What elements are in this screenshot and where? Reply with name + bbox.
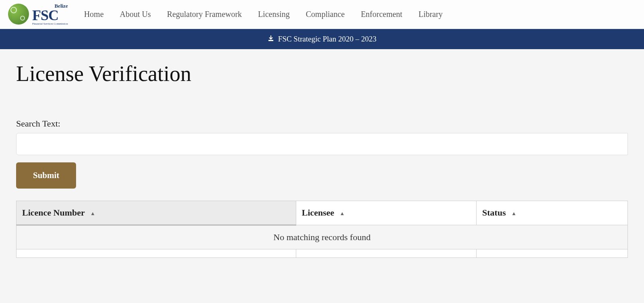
nav-enforcement[interactable]: Enforcement [361,10,402,19]
logo-fsc-text: FSC [32,9,68,22]
nav-regulatory-framework[interactable]: Regulatory Framework [167,10,242,19]
globe-icon [8,4,29,25]
sort-asc-icon: ▲ [340,210,345,217]
logo[interactable]: Belize FSC Financial Services Commission [8,3,68,25]
results-table: Licence Number ▲ Licensee ▲ Status ▲ No … [16,201,628,258]
empty-row: No matching records found [17,225,628,249]
header: Belize FSC Financial Services Commission… [0,0,644,29]
submit-button[interactable]: Submit [16,162,76,189]
column-label: Licence Number [22,208,85,218]
main-nav: Home About Us Regulatory Framework Licen… [84,10,443,19]
column-label: Status [482,208,506,218]
nav-home[interactable]: Home [84,10,104,19]
download-icon [268,35,274,44]
main-content: License Verification Search Text: Submit… [0,49,644,270]
announcement-banner: FSC Strategic Plan 2020 – 2023 [0,29,644,49]
nav-about-us[interactable]: About Us [120,10,151,19]
search-label: Search Text: [16,118,628,129]
sort-asc-icon: ▲ [511,210,516,217]
table-footer-row [17,249,628,257]
nav-compliance[interactable]: Compliance [306,10,345,19]
page-title: License Verification [16,61,628,86]
search-input[interactable] [16,133,628,155]
column-licensee[interactable]: Licensee ▲ [296,201,476,225]
column-label: Licensee [302,208,334,218]
sort-asc-icon: ▲ [90,210,95,217]
nav-library[interactable]: Library [419,10,443,19]
nav-licensing[interactable]: Licensing [258,10,290,19]
column-status[interactable]: Status ▲ [477,201,628,225]
svg-rect-0 [268,40,273,41]
column-licence-number[interactable]: Licence Number ▲ [17,201,296,225]
empty-message: No matching records found [17,225,628,249]
strategic-plan-link[interactable]: FSC Strategic Plan 2020 – 2023 [268,35,376,44]
logo-subtitle: Financial Services Commission [32,23,68,25]
banner-text: FSC Strategic Plan 2020 – 2023 [278,35,376,44]
